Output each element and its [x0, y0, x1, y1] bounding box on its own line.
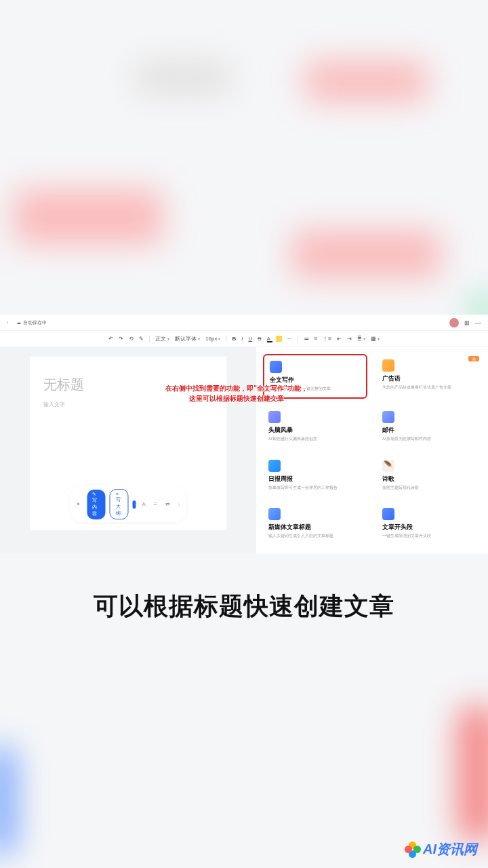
indent-button[interactable]: ⇥	[347, 336, 352, 342]
template-card-9[interactable]	[377, 551, 481, 553]
align-select[interactable]: ≣	[357, 336, 365, 342]
editor-toolbar: ↶ ↷ ⟲ ✎ 正文 默认字体 16px B I U S A ··· ≔ ≡ ⋮…	[0, 331, 488, 347]
template-card-6[interactable]: 新媒体文章标题输入关键词生成引人入胜的文章标题	[263, 502, 367, 545]
card-icon	[382, 411, 394, 423]
template-card-4[interactable]: 日报周报简单填写即可生成一份详尽的工作报告	[263, 454, 367, 496]
avatar[interactable]	[449, 318, 459, 328]
card-icon	[268, 411, 281, 423]
card-icon	[268, 460, 281, 472]
clear-format-button[interactable]: ⟲	[129, 336, 134, 342]
ai-templates-panel: 全文写作根据标题快速创建一篇完整的文章热广告语为您的产品快速量身打造优质广告文案…	[256, 347, 488, 553]
opt-a[interactable]: A	[140, 501, 148, 507]
card-icon	[268, 508, 281, 520]
italic-button[interactable]: I	[241, 336, 243, 342]
numbered-list-button[interactable]: ≡	[314, 336, 318, 342]
redo-button[interactable]: ↷	[119, 336, 123, 342]
annotation-text: 在右侧中找到需要的功能，即"全文写作"功能， 这里可以根据标题快速创建文章	[159, 383, 314, 403]
titlebar: ‹ ☁ 自动保存中 ⊞ —	[0, 315, 488, 331]
write-outline-button[interactable]: ≡ 写大纲	[110, 489, 129, 519]
template-card-5[interactable]: 诗歌按照主题写现代诗歌	[377, 454, 481, 496]
ai-toolbar: ✦ ✎ 写内容 ≡ 写大纲 A ≡ ⇄ ›	[70, 486, 186, 522]
card-desc: 输入关键词生成引人入胜的文章标题	[268, 534, 362, 539]
card-desc: 为您的产品快速量身打造优质广告文案	[382, 385, 476, 391]
card-title: 日报周报	[268, 475, 362, 484]
task-list-button[interactable]: ⋮≡	[323, 336, 331, 342]
card-title: 邮件	[382, 426, 476, 435]
template-card-7[interactable]: 文章开头段一键生成简洁的文章开头段	[377, 502, 481, 545]
card-title: 广告语	[382, 374, 476, 383]
opt-c[interactable]: ⇄	[163, 501, 172, 507]
back-button[interactable]: ‹	[7, 320, 8, 325]
card-desc: AI帮您进行头脑风暴想创意	[268, 437, 362, 442]
cloud-icon: ☁	[16, 320, 21, 326]
autosave-label: 自动保存中	[23, 319, 47, 326]
hot-badge: 热	[468, 356, 479, 361]
card-title: 新媒体文章标题	[268, 523, 362, 532]
ai-spark-icon: ✦	[74, 501, 83, 507]
underline-button[interactable]: U	[248, 336, 252, 342]
card-icon	[382, 359, 394, 372]
fontsize-select[interactable]: 16px	[205, 336, 220, 342]
paragraph-style-select[interactable]: 正文	[155, 335, 169, 342]
app-window: ‹ ☁ 自动保存中 ⊞ — ↶ ↷ ⟲ ✎ 正文 默认字体 16px B I U…	[0, 315, 488, 553]
next-button[interactable]: ›	[176, 501, 182, 508]
card-icon	[382, 460, 394, 472]
card-desc: 按照主题写现代诗歌	[382, 486, 476, 491]
template-card-1[interactable]: 热广告语为您的产品快速量身打造优质广告文案	[377, 354, 481, 399]
font-select[interactable]: 默认字体	[175, 335, 200, 342]
bold-button[interactable]: B	[232, 336, 236, 342]
highlight-color-button[interactable]	[276, 336, 282, 342]
card-desc: 一键生成简洁的文章开头段	[382, 534, 476, 539]
template-card-3[interactable]: 邮件AI按场景为您撰写邮件内容	[377, 406, 481, 448]
outdent-button[interactable]: ⇤	[337, 336, 342, 342]
write-content-button[interactable]: ✎ 写内容	[87, 490, 105, 519]
card-title: 文章开头段	[382, 523, 476, 532]
card-desc: AI按场景为您撰写邮件内容	[382, 437, 476, 442]
watermark: AI资讯网	[405, 840, 477, 859]
card-icon	[382, 508, 394, 520]
insert-table-button[interactable]: ▦	[371, 336, 380, 342]
template-card-8[interactable]	[263, 551, 367, 553]
undo-button[interactable]: ↶	[108, 336, 113, 342]
minimize-icon[interactable]: —	[475, 319, 481, 326]
ai-chip-button[interactable]	[133, 500, 136, 509]
format-painter-button[interactable]: ✎	[139, 336, 144, 342]
autosave-status: ☁ 自动保存中	[16, 319, 47, 326]
template-card-2[interactable]: 头脑风暴AI帮您进行头脑风暴想创意	[263, 406, 367, 448]
card-title: 诗歌	[382, 475, 476, 484]
strike-button[interactable]: S	[258, 336, 261, 342]
card-title: 头脑风暴	[268, 426, 362, 435]
more-format-button[interactable]: ···	[287, 336, 292, 342]
subtitle-caption: 可以根据标题快速创建文章	[0, 590, 488, 623]
document-area: 无标题 输入文字 ✦ ✎ 写内容 ≡ 写大纲 A ≡ ⇄ ›	[0, 347, 256, 553]
watermark-text: AI资讯网	[423, 840, 477, 859]
card-desc: 简单填写即可生成一份详尽的工作报告	[268, 486, 362, 491]
bulleted-list-button[interactable]: ≔	[304, 336, 309, 342]
opt-b[interactable]: ≡	[152, 501, 159, 507]
text-color-button[interactable]: A	[267, 336, 270, 342]
main-area: 无标题 输入文字 ✦ ✎ 写内容 ≡ 写大纲 A ≡ ⇄ › 全文写作根据标题快…	[0, 347, 488, 553]
apps-icon[interactable]: ⊞	[464, 319, 470, 326]
watermark-logo-icon	[405, 842, 421, 858]
card-icon	[270, 361, 282, 373]
